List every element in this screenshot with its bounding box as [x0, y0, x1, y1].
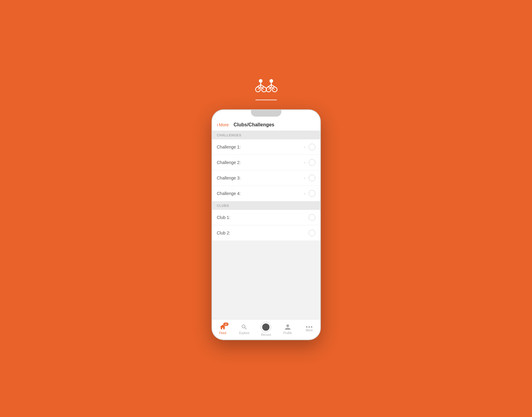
challenge-1-controls: ›	[304, 144, 315, 150]
challenge-2-controls: ›	[304, 159, 315, 166]
svg-line-2	[257, 84, 261, 87]
phone-notch	[251, 110, 281, 117]
challenge-3-radio[interactable]	[309, 175, 315, 181]
club-2-label: Club 2:	[217, 231, 230, 235]
challenge-4-radio[interactable]	[309, 190, 315, 197]
club-1-controls	[309, 214, 315, 221]
challenge-1-radio[interactable]	[309, 144, 315, 150]
profile-icon-wrap	[284, 324, 291, 330]
challenge-4-chevron-icon: ›	[304, 191, 306, 196]
challenge-3-controls: ›	[304, 175, 315, 181]
challenge-1-label: Challenge 1:	[217, 145, 241, 149]
svg-point-8	[269, 79, 273, 83]
explore-icon-wrap	[241, 324, 248, 330]
phone-frame: ‹ More Clubs/Challenges CHALLENGES Chall…	[211, 109, 321, 340]
challenge-2-radio[interactable]	[309, 159, 315, 166]
dot-2	[308, 326, 310, 328]
challenge-3-chevron-icon: ›	[304, 176, 306, 180]
club-1-radio[interactable]	[309, 214, 315, 221]
more-icon-wrap	[306, 326, 312, 328]
challenge-2-chevron-icon: ›	[304, 160, 306, 165]
tab-feed[interactable]: 11 Feed	[215, 324, 231, 335]
phone-top-bar	[212, 110, 320, 119]
challenge-4-label: Challenge 4:	[217, 191, 241, 196]
app-nav-header: ‹ More Clubs/Challenges	[212, 119, 320, 131]
tab-record[interactable]: Record	[258, 322, 274, 337]
empty-content-area	[212, 241, 320, 317]
club-2-radio[interactable]	[309, 230, 315, 236]
back-button[interactable]: ‹ More	[217, 122, 229, 128]
person-icon	[284, 324, 291, 330]
dot-3	[311, 326, 312, 328]
tab-record-label: Record	[261, 333, 271, 337]
challenge-3-label: Challenge 3:	[217, 176, 241, 180]
app-content: CHALLENGES Challenge 1: › Challenge 2: ›…	[212, 131, 320, 319]
feed-badge: 11	[223, 323, 228, 326]
search-icon	[241, 324, 248, 330]
feed-icon-wrap: 11	[219, 324, 226, 330]
challenge-4-controls: ›	[304, 190, 315, 197]
svg-point-0	[259, 79, 263, 83]
tab-profile-label: Profile	[283, 331, 292, 335]
tab-more[interactable]: More	[301, 326, 317, 332]
record-outer-circle	[261, 322, 271, 332]
challenge-1-chevron-icon: ›	[304, 145, 306, 149]
more-dots-icon	[306, 326, 312, 328]
club-2-controls	[309, 230, 315, 236]
club-1-label: Club 1:	[217, 215, 230, 220]
tab-bar: 11 Feed Explore Record	[212, 319, 320, 340]
challenge-1-row[interactable]: Challenge 1: ›	[212, 139, 320, 155]
tab-more-label: More	[306, 329, 313, 332]
app-logo-icon	[254, 77, 278, 98]
club-1-row[interactable]: Club 1:	[212, 210, 320, 225]
challenge-2-label: Challenge 2:	[217, 160, 241, 165]
back-chevron-icon: ‹	[217, 122, 218, 128]
section-header-clubs: CLUBS	[212, 201, 320, 210]
record-icon-wrap	[261, 322, 271, 332]
logo-underline	[256, 100, 277, 100]
svg-line-10	[268, 84, 271, 87]
record-inner-circle	[262, 323, 269, 331]
tab-explore-label: Explore	[239, 331, 249, 335]
challenge-3-row[interactable]: Challenge 3: ›	[212, 170, 320, 186]
back-label: More	[219, 122, 229, 127]
logo-area	[254, 77, 278, 100]
tab-profile[interactable]: Profile	[279, 324, 296, 335]
page-title: Clubs/Challenges	[234, 122, 274, 128]
challenge-4-row[interactable]: Challenge 4: ›	[212, 186, 320, 201]
club-2-row[interactable]: Club 2:	[212, 225, 320, 241]
section-header-challenges: CHALLENGES	[212, 131, 320, 139]
dot-1	[306, 326, 307, 328]
tab-feed-label: Feed	[219, 331, 226, 335]
tab-explore[interactable]: Explore	[236, 324, 253, 335]
challenge-2-row[interactable]: Challenge 2: ›	[212, 155, 320, 170]
